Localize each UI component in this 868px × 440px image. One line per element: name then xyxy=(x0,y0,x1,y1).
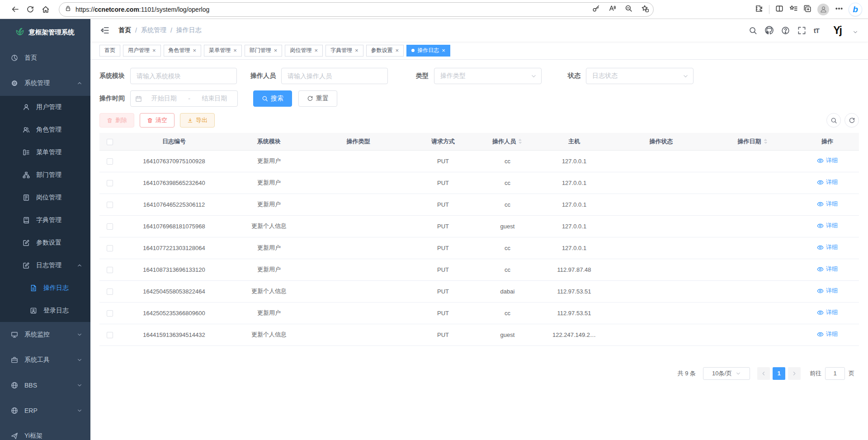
close-icon[interactable]: × xyxy=(314,47,318,53)
fullscreen-icon[interactable] xyxy=(797,26,806,35)
close-icon[interactable]: × xyxy=(274,47,278,53)
sidebar-item-bbs[interactable]: BBS xyxy=(0,373,90,398)
address-bar[interactable]: https://ccnetcore.com:1101/system/log/op… xyxy=(59,2,654,17)
row-checkbox[interactable] xyxy=(107,245,113,251)
type-select[interactable]: 操作类型 xyxy=(434,68,542,84)
browser-back-button[interactable] xyxy=(7,2,23,17)
next-page-button[interactable] xyxy=(788,367,801,380)
detail-link[interactable]: 详细 xyxy=(817,330,838,338)
sidebar-item-param-settings[interactable]: 参数设置 xyxy=(0,232,90,254)
select-all-checkbox[interactable] xyxy=(107,139,113,145)
table-refresh-button[interactable] xyxy=(844,113,859,128)
split-screen-icon[interactable] xyxy=(775,5,783,14)
sort-icon[interactable] xyxy=(518,138,523,144)
row-checkbox[interactable] xyxy=(107,310,113,317)
sidebar-item-home[interactable]: 首页 xyxy=(0,45,90,71)
detail-link[interactable]: 详细 xyxy=(817,243,838,251)
page-number-button[interactable]: 1 xyxy=(773,367,785,380)
detail-link[interactable]: 详细 xyxy=(817,200,838,208)
close-icon[interactable]: × xyxy=(152,47,156,53)
row-checkbox[interactable] xyxy=(107,267,113,273)
close-icon[interactable]: × xyxy=(193,47,197,53)
read-aloud-icon[interactable] xyxy=(609,5,616,14)
avatar-caret-icon[interactable] xyxy=(853,29,858,35)
close-icon[interactable]: × xyxy=(442,47,445,53)
table-search-button[interactable] xyxy=(826,113,841,128)
goto-page-input[interactable] xyxy=(825,367,845,380)
favorite-add-icon[interactable] xyxy=(641,5,649,14)
close-icon[interactable]: × xyxy=(233,47,237,53)
extensions-icon[interactable] xyxy=(755,5,763,14)
sidebar-item-system-monitor[interactable]: 系统监控 xyxy=(0,322,90,347)
sidebar-item-system-management[interactable]: 系统管理 xyxy=(0,71,90,96)
operator-input[interactable] xyxy=(281,68,388,84)
detail-link[interactable]: 详细 xyxy=(817,308,838,317)
sidebar-item-post-management[interactable]: 岗位管理 xyxy=(0,186,90,209)
detail-link[interactable]: 详细 xyxy=(817,265,838,273)
row-checkbox[interactable] xyxy=(107,289,113,295)
tab-user-management[interactable]: 用户管理× xyxy=(123,45,161,57)
close-icon[interactable]: × xyxy=(355,47,359,53)
sidebar-item-login-log[interactable]: 登录日志 xyxy=(0,299,90,322)
row-checkbox[interactable] xyxy=(107,223,113,230)
row-checkbox[interactable] xyxy=(107,202,113,208)
browser-home-button[interactable] xyxy=(38,2,53,17)
clear-button[interactable]: 清空 xyxy=(140,113,175,128)
font-size-icon[interactable]: tT xyxy=(814,27,819,34)
tab-role-management[interactable]: 角色管理× xyxy=(164,45,202,57)
prev-page-button[interactable] xyxy=(757,367,770,380)
row-checkbox[interactable] xyxy=(107,158,113,165)
sidebar-item-log-management[interactable]: 日志管理 xyxy=(0,254,90,277)
sidebar-item-role-management[interactable]: 角色管理 xyxy=(0,118,90,141)
reset-button[interactable]: 重置 xyxy=(298,90,337,107)
browser-reload-button[interactable] xyxy=(23,2,38,17)
sidebar-item-user-management[interactable]: 用户管理 xyxy=(0,96,90,118)
detail-link[interactable]: 详细 xyxy=(817,222,838,230)
search-button[interactable]: 搜索 xyxy=(253,90,292,107)
row-checkbox[interactable] xyxy=(107,332,113,338)
user-avatar[interactable]: Yj xyxy=(830,24,845,37)
tab-menu-management[interactable]: 菜单管理× xyxy=(204,45,242,57)
module-input[interactable] xyxy=(130,68,237,84)
bing-chat-icon[interactable]: b xyxy=(849,3,862,16)
sidebar-item-system-tools[interactable]: 系统工具 xyxy=(0,347,90,373)
delete-button[interactable]: 删除 xyxy=(99,113,134,128)
favorites-bar-icon[interactable] xyxy=(789,5,797,14)
column-header-date[interactable]: 操作日期 xyxy=(710,133,796,150)
page-size-select[interactable]: 10条/页 xyxy=(703,367,750,380)
detail-link[interactable]: 详细 xyxy=(817,287,838,295)
sidebar-item-department-management[interactable]: 部门管理 xyxy=(0,164,90,186)
github-icon[interactable] xyxy=(765,26,774,35)
sort-icon[interactable] xyxy=(763,138,768,144)
row-checkbox[interactable] xyxy=(107,180,113,186)
more-icon[interactable] xyxy=(835,5,843,14)
tab-home[interactable]: 首页 xyxy=(99,45,120,57)
close-icon[interactable]: × xyxy=(396,47,399,53)
sidebar-item-erp[interactable]: ERP xyxy=(0,398,90,423)
tab-param-settings[interactable]: 参数设置× xyxy=(366,45,404,57)
tab-post-management[interactable]: 岗位管理× xyxy=(285,45,323,57)
sidebar-item-operation-log[interactable]: 操作日志 xyxy=(0,277,90,299)
tab-operation-log[interactable]: 操作日志× xyxy=(406,45,450,57)
browser-profile-avatar[interactable] xyxy=(817,4,829,15)
app-logo[interactable]: 意框架管理系统 xyxy=(0,19,90,45)
table-row: 1641077221303128064更新用户PUTcc127.0.0.1 详细 xyxy=(99,237,859,259)
tab-department-management[interactable]: 部门管理× xyxy=(245,45,283,57)
export-button[interactable]: 导出 xyxy=(180,113,215,128)
column-header-operator[interactable]: 操作人员 xyxy=(479,133,536,150)
sidebar-item-dict-management[interactable]: 字典管理 xyxy=(0,209,90,232)
sidebar-item-menu-management[interactable]: 菜单管理 xyxy=(0,141,90,164)
status-select[interactable]: 日志状态 xyxy=(586,68,693,84)
header-search-icon[interactable] xyxy=(749,26,757,35)
key-icon[interactable] xyxy=(592,5,600,14)
tab-dict-management[interactable]: 字典管理× xyxy=(326,45,363,57)
sidebar-item-yi-framework[interactable]: Yi框架 xyxy=(0,423,90,440)
date-range-picker[interactable]: 开始日期 - 结束日期 xyxy=(130,90,238,107)
collections-icon[interactable] xyxy=(803,5,811,14)
help-icon[interactable] xyxy=(781,26,790,35)
detail-link[interactable]: 详细 xyxy=(817,178,838,186)
detail-link[interactable]: 详细 xyxy=(817,156,838,165)
sidebar-toggle-icon[interactable] xyxy=(100,25,110,35)
zoom-out-icon[interactable] xyxy=(625,5,632,14)
breadcrumb-home[interactable]: 首页 xyxy=(118,26,131,34)
